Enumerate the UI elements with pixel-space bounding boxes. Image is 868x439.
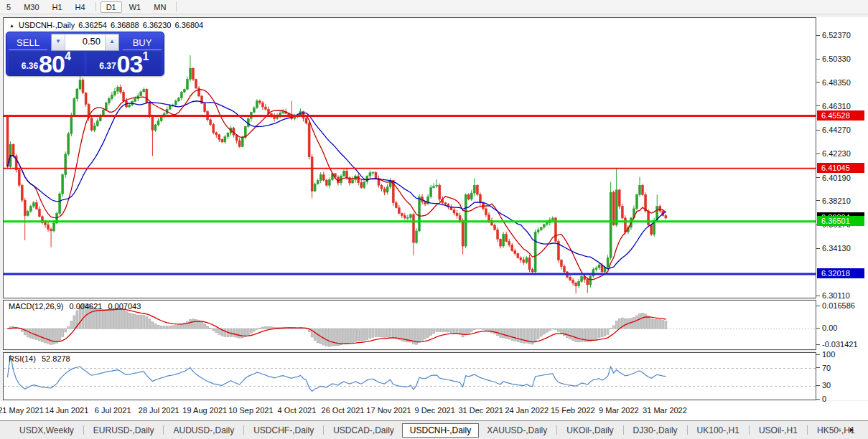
chart-tab-usdcnh[interactable]: USDCNH-,Daily: [402, 423, 479, 438]
tab-divider: [623, 425, 624, 435]
timeframe-button-H4[interactable]: H4: [70, 1, 91, 13]
chart-tab-usoil[interactable]: USOil-,H1: [751, 423, 806, 438]
chevron-down-icon: ▼: [55, 38, 61, 44]
indicator-tick-mark: [816, 328, 820, 329]
chart-tab-usdchf[interactable]: USDCHF-,Daily: [246, 423, 322, 438]
macd-name: MACD(12,26,9): [9, 302, 63, 311]
tab-divider: [243, 425, 244, 435]
indicator-tick-mark: [816, 385, 820, 386]
ohlc-open: 6.36254: [78, 21, 107, 29]
chevron-up-icon: ▲: [109, 38, 115, 44]
macd-indicator-pane[interactable]: MACD(12,26,9) 0.004621 0.007043: [3, 300, 816, 350]
toolbar-separator: [95, 2, 96, 11]
toolbar-separator: [176, 2, 177, 11]
price-tick-label: 6.48350: [822, 77, 851, 88]
date-tick-label: 31 Dec 2021: [458, 406, 503, 415]
timeframe-button-5[interactable]: 5: [1, 1, 17, 13]
ohlc-low: 6.36230: [143, 21, 172, 29]
tab-divider: [749, 425, 750, 435]
timeframe-button-MN[interactable]: MN: [148, 1, 172, 13]
price-tick-label: 6.44270: [822, 125, 851, 135]
indicator-tick-mark: [816, 354, 820, 355]
date-tick-label: 9 Dec 2021: [414, 406, 454, 415]
price-tick-mark: [816, 177, 820, 178]
date-tick-label: 9 Mar 2022: [599, 406, 639, 415]
volume-spinner: ▼ 0.50 ▲: [51, 34, 119, 51]
price-tick-label: 6.30110: [822, 291, 850, 301]
price-axis[interactable]: 6.523706.503306.483506.463106.442706.422…: [816, 17, 868, 400]
price-tick-mark: [816, 200, 820, 201]
timeframe-button-D1[interactable]: D1: [101, 1, 122, 13]
one-click-trading-panel: SELL ▼ 0.50 ▲ BUY 6.36 80 4 6.37 03 1: [6, 32, 164, 76]
chart-tab-xauusd[interactable]: XAUUSD-,Daily: [479, 423, 555, 438]
chart-symbol-period: USDCNH-,Daily: [19, 21, 75, 29]
price-tick-label: 6.38210: [822, 196, 851, 206]
tab-scroll-arrows: ◄►: [835, 426, 862, 433]
date-tick-label: 10 Sep 2021: [228, 406, 273, 415]
price-tick-mark: [816, 154, 820, 154]
buy-button[interactable]: BUY: [123, 34, 162, 50]
price-tick-label: 6.50330: [822, 54, 851, 64]
volume-increase-button[interactable]: ▲: [105, 34, 118, 50]
sell-price-prefix: 6.36: [22, 61, 38, 71]
chart-tab-usdcad[interactable]: USDCAD-,Daily: [325, 423, 402, 438]
rsi-indicator-pane[interactable]: RSI(14) 52.8278: [3, 352, 816, 400]
timeframe-button-M30[interactable]: M30: [18, 1, 45, 13]
rsi-axis-label: 30: [822, 380, 831, 390]
indicator-tick-mark: [816, 367, 820, 368]
chart-tab-audusd[interactable]: AUDUSD-,Daily: [165, 423, 242, 438]
date-tick-label: 21 May 2021: [0, 406, 44, 415]
price-tick-mark: [816, 59, 820, 60]
macd-axis-zero: 0.00: [822, 323, 837, 333]
buy-price-prefix: 6.37: [99, 61, 116, 71]
ohlc-close: 6.36804: [174, 21, 203, 29]
date-tick-label: 17 Nov 2021: [366, 406, 411, 415]
rsi-name: RSI(14): [9, 354, 36, 363]
chart-tab-usdx[interactable]: USDX,Weekly: [11, 423, 82, 438]
rsi-label: RSI(14) 52.8278: [9, 354, 74, 363]
tab-divider: [556, 425, 557, 435]
price-tick-mark: [816, 248, 820, 249]
rsi-axis-label: 100: [822, 349, 835, 359]
volume-decrease-button[interactable]: ▼: [52, 34, 65, 50]
tab-divider: [163, 425, 164, 435]
macd-value-signal: 0.007043: [108, 302, 141, 311]
date-tick-label: 31 Mar 2022: [643, 406, 687, 415]
chart-tab-dj30[interactable]: DJ30-,Daily: [625, 423, 686, 438]
indicator-tick-mark: [816, 344, 820, 345]
tab-scroll-right-icon[interactable]: ►: [849, 426, 862, 433]
date-axis[interactable]: 21 May 202114 Jun 20216 Jul 202128 Jul 2…: [0, 401, 868, 420]
sell-price-point: 4: [65, 50, 71, 63]
chart-tab-eurusd[interactable]: EURUSD-,Daily: [85, 423, 162, 438]
sell-button[interactable]: SELL: [9, 34, 47, 50]
rsi-canvas[interactable]: [4, 353, 816, 400]
indicator-tick-mark: [816, 399, 820, 400]
rsi-axis-label: 70: [822, 363, 831, 373]
price-tick-label: 6.40190: [822, 173, 851, 183]
price-tick-label: 6.52370: [822, 30, 851, 40]
macd-axis-max: 0.016586: [822, 301, 855, 311]
buy-price-display[interactable]: 6.37 03 1: [87, 52, 162, 75]
chart-tab-ukoil[interactable]: UKOil-,Daily: [559, 423, 621, 438]
volume-input[interactable]: 0.50: [65, 34, 105, 50]
buy-price-point: 1: [142, 50, 149, 63]
indicator-tick-mark: [816, 306, 820, 306]
timeframe-button-W1[interactable]: W1: [123, 1, 147, 13]
chart-title: ▲ USDCNH-,Daily 6.36254 6.36888 6.36230 …: [9, 21, 207, 29]
tab-divider: [687, 425, 688, 435]
date-tick-label: 19 Aug 2021: [182, 406, 227, 415]
hline-price-label: 6.41045: [817, 163, 864, 173]
price-chart-pane[interactable]: ▲ USDCNH-,Daily 6.36254 6.36888 6.36230 …: [3, 17, 816, 298]
sell-price-pips: 80: [39, 54, 65, 74]
tab-divider: [83, 425, 84, 435]
price-tick-mark: [816, 105, 820, 106]
tab-scroll-left-icon[interactable]: ◄: [835, 426, 849, 433]
price-tick-mark: [816, 82, 820, 82]
buy-price-pips: 03: [117, 54, 143, 74]
macd-value-main: 0.004621: [69, 302, 102, 311]
chart-collapse-icon[interactable]: ▲: [9, 23, 14, 28]
sell-price-display[interactable]: 6.36 80 4: [9, 52, 84, 75]
chart-tab-uk100[interactable]: UK100-,H1: [689, 423, 747, 438]
timeframe-toolbar: 5M30H1H4D1W1MN: [0, 0, 868, 14]
timeframe-button-H1[interactable]: H1: [47, 1, 68, 13]
